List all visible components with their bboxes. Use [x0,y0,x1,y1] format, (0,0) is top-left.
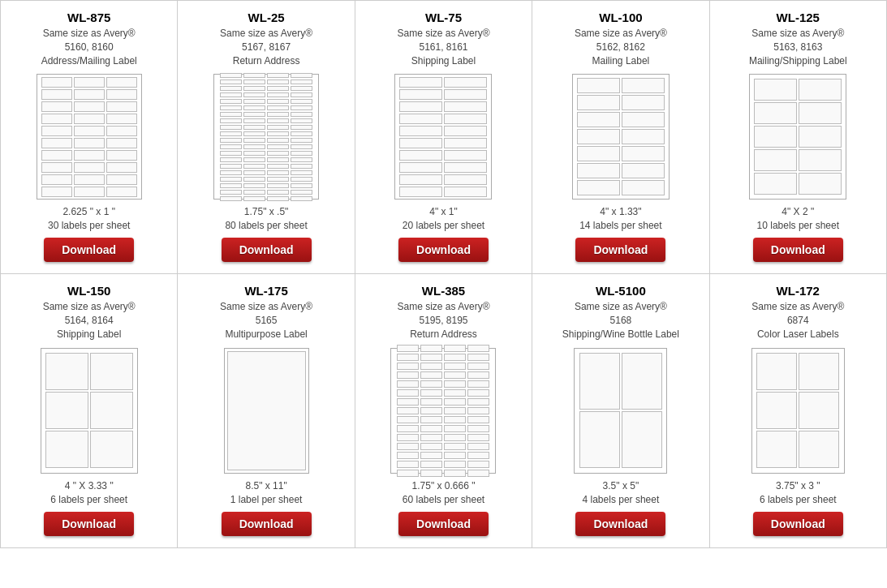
label-cell [291,118,312,123]
label-cell [397,461,419,468]
label-cell [243,170,265,175]
label-cell [444,443,466,450]
label-row [397,470,489,477]
label-cell [622,129,665,144]
label-cell [420,398,442,406]
label-cell [243,118,265,123]
label-cell [267,86,289,91]
download-button-wl-150[interactable]: Download [44,512,134,536]
label-cell [397,470,419,477]
download-button-wl-172[interactable]: Download [753,512,843,536]
label-cell [467,452,489,459]
label-cell [420,363,442,370]
label-cell [220,105,242,110]
label-preview-wl-125 [749,74,846,200]
download-button-wl-75[interactable]: Download [398,238,489,262]
label-cell [622,163,665,178]
label-cell [267,170,289,175]
label-preview-wl-385 [390,348,496,474]
label-cell [227,351,306,470]
label-cell [444,174,487,185]
label-cell [243,125,265,130]
card-wl-172: WL-172Same size as Avery®6874Color Laser… [710,274,887,547]
label-cell [444,114,487,124]
label-cell [399,138,442,148]
label-cell [754,126,797,148]
label-row [579,353,662,410]
label-cell [397,354,419,361]
label-cell [74,89,105,100]
label-row [577,78,665,93]
label-row [397,452,489,459]
label-cell [444,89,487,100]
label-cell [41,150,72,161]
download-button-wl-175[interactable]: Download [222,512,312,536]
label-cell [577,129,620,144]
download-button-wl-100[interactable]: Download [575,238,665,262]
card-size-wl-875: 2.625 " x 1 " [62,206,115,217]
label-cell [799,149,842,171]
label-cell [220,118,242,123]
download-button-wl-25[interactable]: Download [222,238,312,262]
card-size-wl-172: 3.75" x 3 " [776,480,820,491]
label-row [577,180,665,195]
label-row [756,431,839,468]
label-row [577,95,665,110]
label-cell [220,164,242,169]
label-row [754,102,842,124]
card-subtitle-wl-385: Same size as Avery®5195, 8195Return Addr… [397,300,489,341]
label-cell [577,78,620,93]
label-row [399,162,487,173]
label-cell [45,431,88,468]
label-cell [799,173,842,195]
label-row [220,118,312,123]
download-button-wl-5100[interactable]: Download [575,512,665,536]
label-cell [291,190,312,195]
label-cell [220,196,242,201]
label-cell [41,138,72,148]
label-cell [444,363,466,370]
card-count-wl-150: 6 labels per sheet [50,494,127,505]
label-cell [397,371,419,379]
label-cell [467,470,489,477]
label-row [45,392,133,429]
label-preview-wl-5100 [574,348,667,474]
label-row [41,101,137,112]
label-cell [74,126,105,136]
label-cell [467,371,489,379]
label-preview-wl-75 [394,74,492,200]
label-cell [420,470,442,477]
label-row [756,392,839,429]
label-row [754,79,842,101]
label-row [397,345,489,352]
label-cell [106,77,137,88]
label-cell [243,86,265,91]
label-cell [444,398,466,406]
label-cell [291,138,312,143]
label-cell [106,162,137,173]
label-cell [106,101,137,112]
label-cell [399,187,442,197]
card-wl-175: WL-175Same size as Avery®5165Multipurpos… [178,274,355,547]
download-button-wl-385[interactable]: Download [398,512,489,536]
card-title-wl-875: WL-875 [67,11,110,24]
label-row [227,351,306,470]
label-cell [41,187,72,197]
label-cell [220,138,242,143]
label-cell [267,177,289,182]
card-title-wl-125: WL-125 [777,11,820,24]
label-cell [243,190,265,195]
label-row [397,461,489,468]
label-cell [41,174,72,185]
label-cell [399,77,442,88]
download-button-wl-125[interactable]: Download [753,238,843,262]
card-count-wl-25: 80 labels per sheet [225,220,307,231]
label-cell [106,138,137,148]
label-cell [397,425,419,432]
label-cell [444,425,466,432]
label-cell [291,151,312,156]
label-cell [291,125,312,130]
label-cell [467,398,489,406]
label-row [220,79,312,84]
download-button-wl-875[interactable]: Download [44,238,134,262]
